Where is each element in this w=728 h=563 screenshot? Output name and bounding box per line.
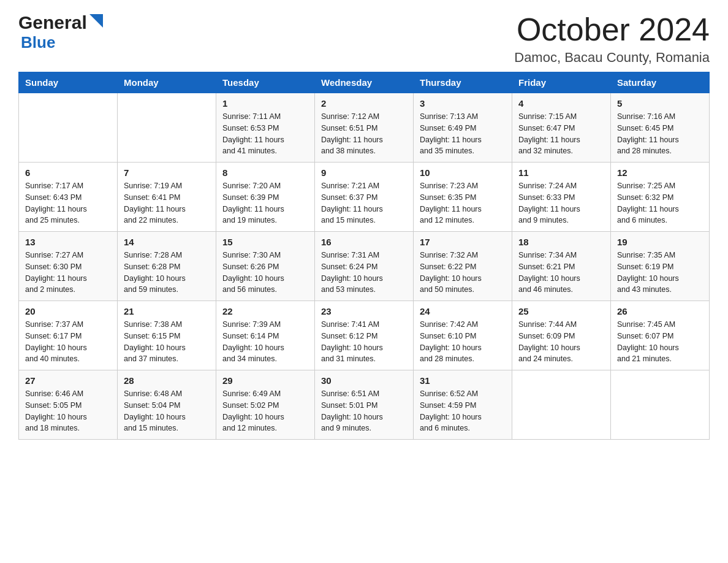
- weekday-header-monday: Monday: [118, 72, 216, 93]
- day-number: 2: [321, 98, 407, 109]
- calendar-week-row: 27Sunrise: 6:46 AM Sunset: 5:05 PM Dayli…: [19, 370, 710, 440]
- calendar-cell: 13Sunrise: 7:27 AM Sunset: 6:30 PM Dayli…: [19, 232, 118, 301]
- calendar-cell: 6Sunrise: 7:17 AM Sunset: 6:43 PM Daylig…: [19, 163, 118, 232]
- calendar-body: 1Sunrise: 7:11 AM Sunset: 6:53 PM Daylig…: [19, 93, 710, 440]
- calendar-cell: 21Sunrise: 7:38 AM Sunset: 6:15 PM Dayli…: [118, 301, 216, 370]
- calendar-header: SundayMondayTuesdayWednesdayThursdayFrid…: [19, 72, 710, 93]
- weekday-header-sunday: Sunday: [19, 72, 118, 93]
- day-info: Sunrise: 7:17 AM Sunset: 6:43 PM Dayligh…: [25, 180, 111, 226]
- calendar-cell: 10Sunrise: 7:23 AM Sunset: 6:35 PM Dayli…: [414, 163, 512, 232]
- calendar-cell: 5Sunrise: 7:16 AM Sunset: 6:45 PM Daylig…: [611, 93, 710, 163]
- day-info: Sunrise: 7:45 AM Sunset: 6:07 PM Dayligh…: [617, 319, 703, 365]
- day-number: 16: [321, 237, 407, 247]
- title-block: October 2024 Damoc, Bacau County, Romani…: [514, 12, 710, 66]
- logo-g: G: [18, 12, 32, 33]
- day-number: 31: [420, 375, 506, 386]
- calendar-week-row: 1Sunrise: 7:11 AM Sunset: 6:53 PM Daylig…: [19, 93, 710, 163]
- weekday-header-saturday: Saturday: [611, 72, 710, 93]
- day-number: 8: [222, 167, 308, 178]
- day-number: 25: [518, 306, 604, 316]
- day-number: 24: [420, 306, 506, 316]
- day-info: Sunrise: 6:46 AM Sunset: 5:05 PM Dayligh…: [25, 388, 111, 434]
- day-info: Sunrise: 7:13 AM Sunset: 6:49 PM Dayligh…: [420, 111, 506, 157]
- calendar-table: SundayMondayTuesdayWednesdayThursdayFrid…: [18, 72, 710, 440]
- day-number: 18: [518, 237, 604, 247]
- day-info: Sunrise: 7:19 AM Sunset: 6:41 PM Dayligh…: [124, 180, 210, 226]
- calendar-cell: 15Sunrise: 7:30 AM Sunset: 6:26 PM Dayli…: [216, 232, 315, 301]
- calendar-cell: 8Sunrise: 7:20 AM Sunset: 6:39 PM Daylig…: [216, 163, 315, 232]
- day-info: Sunrise: 7:28 AM Sunset: 6:28 PM Dayligh…: [124, 250, 210, 296]
- day-number: 1: [222, 98, 308, 109]
- logo-eneral-text: eneral: [32, 12, 86, 33]
- logo: G eneral Blue: [18, 12, 103, 52]
- day-info: Sunrise: 7:35 AM Sunset: 6:19 PM Dayligh…: [617, 250, 703, 296]
- calendar-cell: 1Sunrise: 7:11 AM Sunset: 6:53 PM Daylig…: [216, 93, 315, 163]
- day-number: 19: [617, 237, 703, 247]
- day-info: Sunrise: 7:42 AM Sunset: 6:10 PM Dayligh…: [420, 319, 506, 365]
- calendar-cell: 29Sunrise: 6:49 AM Sunset: 5:02 PM Dayli…: [216, 370, 315, 440]
- day-info: Sunrise: 7:12 AM Sunset: 6:51 PM Dayligh…: [321, 111, 407, 157]
- day-info: Sunrise: 7:41 AM Sunset: 6:12 PM Dayligh…: [321, 319, 407, 365]
- day-info: Sunrise: 7:11 AM Sunset: 6:53 PM Dayligh…: [222, 111, 308, 157]
- calendar-cell: 25Sunrise: 7:44 AM Sunset: 6:09 PM Dayli…: [512, 301, 611, 370]
- day-info: Sunrise: 7:16 AM Sunset: 6:45 PM Dayligh…: [617, 111, 703, 157]
- calendar-week-row: 6Sunrise: 7:17 AM Sunset: 6:43 PM Daylig…: [19, 163, 710, 232]
- calendar-cell: 14Sunrise: 7:28 AM Sunset: 6:28 PM Dayli…: [118, 232, 216, 301]
- calendar-cell: 31Sunrise: 6:52 AM Sunset: 4:59 PM Dayli…: [414, 370, 512, 440]
- day-info: Sunrise: 7:30 AM Sunset: 6:26 PM Dayligh…: [222, 250, 308, 296]
- calendar-cell: [611, 370, 710, 440]
- day-info: Sunrise: 6:52 AM Sunset: 4:59 PM Dayligh…: [420, 388, 506, 434]
- calendar-cell: 22Sunrise: 7:39 AM Sunset: 6:14 PM Dayli…: [216, 301, 315, 370]
- calendar-cell: 28Sunrise: 6:48 AM Sunset: 5:04 PM Dayli…: [118, 370, 216, 440]
- weekday-header-wednesday: Wednesday: [315, 72, 414, 93]
- calendar-cell: 19Sunrise: 7:35 AM Sunset: 6:19 PM Dayli…: [611, 232, 710, 301]
- day-number: 21: [124, 306, 210, 316]
- day-number: 5: [617, 98, 703, 109]
- day-number: 15: [222, 237, 308, 247]
- day-info: Sunrise: 7:21 AM Sunset: 6:37 PM Dayligh…: [321, 180, 407, 226]
- calendar-cell: 7Sunrise: 7:19 AM Sunset: 6:41 PM Daylig…: [118, 163, 216, 232]
- day-number: 22: [222, 306, 308, 316]
- calendar-cell: 30Sunrise: 6:51 AM Sunset: 5:01 PM Dayli…: [315, 370, 414, 440]
- calendar-cell: 20Sunrise: 7:37 AM Sunset: 6:17 PM Dayli…: [19, 301, 118, 370]
- day-number: 13: [25, 237, 111, 247]
- calendar-cell: [19, 93, 118, 163]
- calendar-week-row: 20Sunrise: 7:37 AM Sunset: 6:17 PM Dayli…: [19, 301, 710, 370]
- day-info: Sunrise: 6:51 AM Sunset: 5:01 PM Dayligh…: [321, 388, 407, 434]
- day-info: Sunrise: 6:49 AM Sunset: 5:02 PM Dayligh…: [222, 388, 308, 434]
- day-number: 3: [420, 98, 506, 109]
- day-number: 10: [420, 167, 506, 178]
- weekday-header-friday: Friday: [512, 72, 611, 93]
- location-subtitle: Damoc, Bacau County, Romania: [514, 50, 710, 66]
- day-number: 11: [518, 167, 604, 178]
- calendar-cell: 18Sunrise: 7:34 AM Sunset: 6:21 PM Dayli…: [512, 232, 611, 301]
- day-info: Sunrise: 7:38 AM Sunset: 6:15 PM Dayligh…: [124, 319, 210, 365]
- day-info: Sunrise: 7:44 AM Sunset: 6:09 PM Dayligh…: [518, 319, 604, 365]
- calendar-cell: 9Sunrise: 7:21 AM Sunset: 6:37 PM Daylig…: [315, 163, 414, 232]
- calendar-cell: 3Sunrise: 7:13 AM Sunset: 6:49 PM Daylig…: [414, 93, 512, 163]
- day-number: 23: [321, 306, 407, 316]
- logo-blue-text: Blue: [18, 33, 55, 52]
- calendar-cell: 2Sunrise: 7:12 AM Sunset: 6:51 PM Daylig…: [315, 93, 414, 163]
- calendar-cell: 17Sunrise: 7:32 AM Sunset: 6:22 PM Dayli…: [414, 232, 512, 301]
- calendar-cell: 12Sunrise: 7:25 AM Sunset: 6:32 PM Dayli…: [611, 163, 710, 232]
- day-number: 4: [518, 98, 604, 109]
- day-info: Sunrise: 7:32 AM Sunset: 6:22 PM Dayligh…: [420, 250, 506, 296]
- day-number: 17: [420, 237, 506, 247]
- weekday-header-tuesday: Tuesday: [216, 72, 315, 93]
- day-info: Sunrise: 7:27 AM Sunset: 6:30 PM Dayligh…: [25, 250, 111, 296]
- calendar-cell: 27Sunrise: 6:46 AM Sunset: 5:05 PM Dayli…: [19, 370, 118, 440]
- calendar-week-row: 13Sunrise: 7:27 AM Sunset: 6:30 PM Dayli…: [19, 232, 710, 301]
- month-title: October 2024: [514, 12, 710, 47]
- svg-marker-0: [89, 14, 103, 28]
- calendar-cell: 24Sunrise: 7:42 AM Sunset: 6:10 PM Dayli…: [414, 301, 512, 370]
- weekday-header-thursday: Thursday: [414, 72, 512, 93]
- day-info: Sunrise: 7:37 AM Sunset: 6:17 PM Dayligh…: [25, 319, 111, 365]
- day-number: 6: [25, 167, 111, 178]
- day-number: 20: [25, 306, 111, 316]
- logo-arrow-icon: [89, 14, 103, 30]
- day-info: Sunrise: 7:15 AM Sunset: 6:47 PM Dayligh…: [518, 111, 604, 157]
- day-number: 28: [124, 375, 210, 386]
- day-number: 29: [222, 375, 308, 386]
- day-number: 14: [124, 237, 210, 247]
